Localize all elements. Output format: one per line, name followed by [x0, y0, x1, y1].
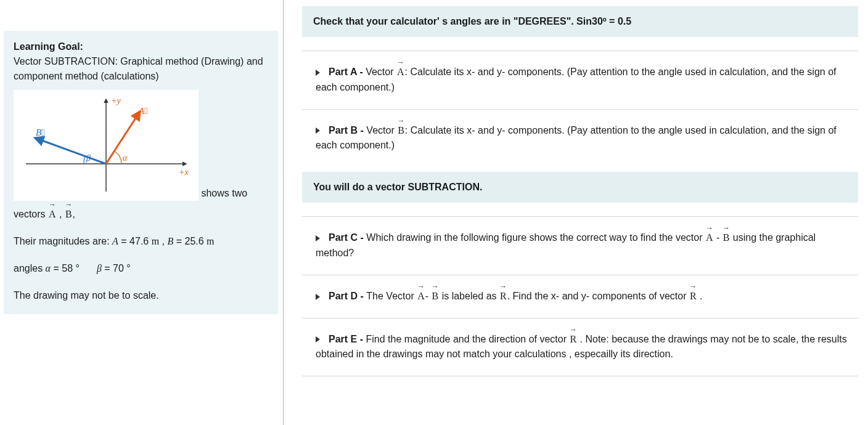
part-a-label: Part A -	[329, 67, 366, 77]
part-e[interactable]: Part E - Find the magnitude and the dire…	[302, 318, 858, 377]
part-c-vecA: A	[705, 227, 714, 246]
mag-sep: ,	[159, 236, 167, 246]
magnitudes-line: Their magnitudes are: A = 47.6 m , B = 2…	[14, 234, 268, 249]
part-d-vecB: B	[432, 285, 440, 304]
subtraction-bar: You will do a vector SUBTRACTION.	[302, 172, 858, 203]
svg-text:α: α	[123, 153, 128, 163]
expand-icon[interactable]	[316, 70, 320, 76]
part-d-mid: is labeled as	[439, 291, 499, 301]
part-c-label: Part C -	[329, 232, 366, 243]
expand-icon[interactable]	[316, 235, 320, 241]
alpha-deg: °	[73, 263, 80, 273]
part-a-vec: A	[396, 61, 405, 80]
svg-text:A⃗: A⃗	[138, 106, 148, 116]
part-d-label: Part D -	[329, 291, 366, 301]
mag-prefix: Their magnitudes are:	[14, 236, 112, 246]
svg-text:B⃗: B⃗	[36, 127, 45, 137]
vectors-line: vectors A , B,	[14, 203, 268, 222]
calculator-hint-bar: Check that your calculator' s angles are…	[302, 6, 858, 37]
part-d-dash: -	[425, 291, 432, 301]
part-b-label: Part B -	[329, 125, 366, 136]
comma-2: ,	[73, 209, 75, 219]
learning-goal-text: Vector SUBTRACTION: Graphical method (Dr…	[14, 54, 268, 84]
mag-B-sym: B	[167, 236, 173, 246]
vectors-prefix: vectors	[14, 209, 48, 219]
part-d-vecA: A	[417, 285, 425, 304]
part-e-vecR: R	[569, 328, 577, 347]
angles-line: angles α = 58 °β = 70 °	[14, 261, 268, 276]
vec-A-symbol: A	[48, 203, 57, 222]
beta-val: = 70	[102, 263, 124, 273]
part-d-vecR2: R	[689, 285, 697, 304]
right-column: Check that your calculator' s angles are…	[284, 0, 868, 425]
expand-icon[interactable]	[316, 127, 320, 134]
vector-figure-wrap: +y +x A⃗ B⃗ α β shows two	[14, 90, 268, 201]
alpha-sym: α	[46, 263, 51, 273]
part-b[interactable]: Part B - Vector B: Calculate its x- and …	[302, 109, 858, 168]
part-d-end: .	[697, 291, 703, 301]
expand-icon[interactable]	[316, 336, 320, 342]
svg-text:+y: +y	[111, 96, 121, 105]
scale-note: The drawing may not be to scale.	[14, 288, 268, 303]
shows-two-text: shows two	[201, 188, 247, 198]
part-c-pre: Which drawing in the following figure sh…	[366, 232, 705, 243]
part-e-label: Part E -	[329, 334, 366, 344]
part-a[interactable]: Part A - Vector A: Calculate its x- and …	[302, 51, 858, 109]
mag-B-unit: m	[207, 236, 214, 246]
alpha-val: = 58	[51, 263, 73, 273]
part-d-post: . Find the x- and y- components of vecto…	[507, 291, 689, 301]
mag-A-unit: m	[152, 236, 159, 246]
part-d[interactable]: Part D - The Vector A- B is labeled as R…	[302, 275, 858, 318]
learning-goal-label: Learning Goal:	[14, 41, 83, 52]
learning-panel: Learning Goal: Vector SUBTRACTION: Graph…	[4, 31, 278, 314]
vec-B-symbol: B	[65, 203, 73, 222]
mag-A-val: = 47.6	[118, 236, 152, 246]
part-c-vecB: B	[723, 227, 731, 246]
svg-text:β: β	[86, 153, 91, 163]
part-a-pre: Vector	[366, 67, 396, 77]
left-column: Learning Goal: Vector SUBTRACTION: Graph…	[0, 0, 284, 425]
beta-deg: °	[124, 263, 131, 273]
expand-icon[interactable]	[316, 294, 320, 300]
beta-sym: β	[97, 263, 102, 273]
ang-prefix: angles	[14, 263, 46, 273]
mag-B-val: = 25.6	[173, 236, 207, 246]
svg-line-3	[35, 138, 106, 164]
part-d-vecR: R	[499, 285, 507, 304]
mag-A-sym: A	[112, 236, 118, 246]
part-c-minus: -	[714, 232, 723, 243]
part-e-pre: Find the magnitude and the direction of …	[366, 334, 569, 344]
part-d-pre: The Vector	[366, 291, 417, 301]
part-c[interactable]: Part C - Which drawing in the following …	[302, 216, 858, 275]
part-b-pre: Vector	[366, 125, 397, 136]
part-b-vec: B	[397, 119, 405, 139]
vector-figure: +y +x A⃗ B⃗ α β	[14, 90, 199, 201]
svg-text:+x: +x	[179, 168, 189, 177]
comma-1: ,	[57, 209, 65, 219]
